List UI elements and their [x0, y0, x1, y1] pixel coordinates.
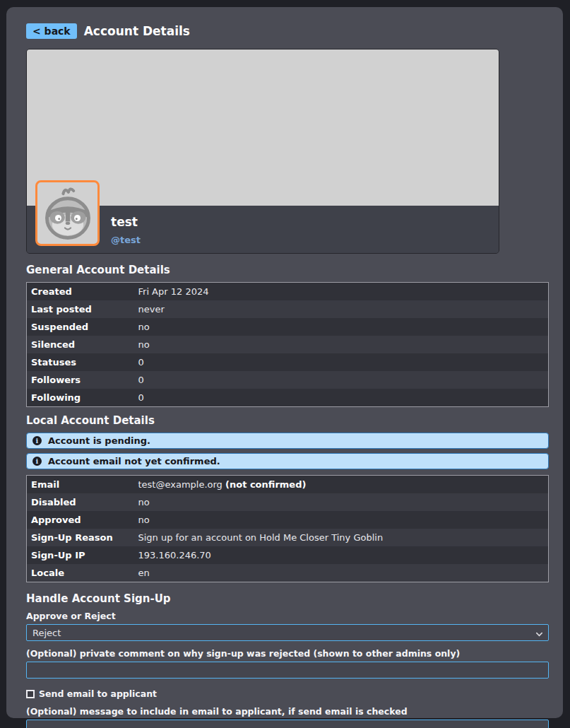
- row-value: no: [133, 511, 549, 529]
- section-heading-handle-signup: Handle Account Sign-Up: [26, 592, 549, 605]
- approve-reject-select[interactable]: Reject: [26, 624, 549, 641]
- avatar: [35, 180, 100, 246]
- section-heading-general: General Account Details: [26, 264, 549, 276]
- private-comment-label: (Optional) private comment on why sign-u…: [26, 648, 549, 659]
- email-message-input[interactable]: [26, 720, 549, 728]
- row-value: no: [133, 493, 549, 511]
- row-label: Sign-Up Reason: [27, 529, 133, 546]
- table-row: Suspended no: [27, 318, 549, 336]
- row-value: 0: [133, 371, 549, 389]
- notice-text: Account is pending.: [48, 435, 150, 446]
- notice-account-pending: i Account is pending.: [26, 433, 549, 449]
- notice-email-unconfirmed: i Account email not yet confirmed.: [26, 453, 549, 469]
- section-heading-local: Local Account Details: [26, 414, 549, 427]
- row-label: Locale: [27, 564, 133, 582]
- row-label: Created: [27, 283, 133, 301]
- email-value: test@example.org: [138, 479, 222, 490]
- table-row: Last posted never: [27, 300, 549, 318]
- back-button[interactable]: < back: [26, 23, 77, 39]
- info-icon: i: [32, 457, 42, 466]
- display-name: test: [111, 215, 499, 229]
- row-label: Silenced: [27, 336, 133, 353]
- approve-reject-label: Approve or Reject: [26, 611, 549, 621]
- row-value: no: [133, 318, 549, 336]
- email-message-label: (Optional) message to include in email t…: [26, 706, 549, 717]
- row-label: Following: [27, 389, 133, 407]
- send-email-checkbox[interactable]: [26, 690, 35, 698]
- row-label: Statuses: [27, 353, 133, 371]
- page-title: Account Details: [84, 24, 190, 38]
- account-handle[interactable]: @test: [111, 235, 499, 245]
- table-row: Statuses 0: [27, 353, 549, 371]
- row-label: Last posted: [27, 300, 133, 318]
- row-value: Fri Apr 12 2024: [133, 283, 549, 301]
- table-row: Approved no: [27, 511, 549, 529]
- table-row: Sign-Up IP 193.160.246.70: [27, 546, 549, 564]
- table-row: Following 0: [27, 389, 549, 407]
- send-email-label: Send email to applicant: [39, 688, 157, 699]
- local-account-table: Email test@example.org (not confirmed) D…: [26, 475, 549, 582]
- row-value: no: [133, 336, 549, 353]
- row-label: Sign-Up IP: [27, 546, 133, 564]
- row-value: test@example.org (not confirmed): [133, 476, 549, 494]
- email-not-confirmed-note: (not confirmed): [225, 479, 306, 490]
- table-row: Disabled no: [27, 493, 549, 511]
- notice-text: Account email not yet confirmed.: [48, 456, 220, 466]
- table-row: Email test@example.org (not confirmed): [27, 476, 549, 494]
- send-email-row: Send email to applicant: [26, 688, 549, 699]
- info-icon: i: [32, 436, 42, 445]
- page-header: < back Account Details: [26, 23, 549, 39]
- row-value: never: [133, 300, 549, 318]
- row-label: Approved: [27, 511, 133, 529]
- row-value: Sign up for an account on Hold Me Closer…: [133, 529, 549, 546]
- row-label: Followers: [27, 371, 133, 389]
- approve-reject-select-wrap: Reject: [26, 624, 549, 641]
- row-label: Suspended: [27, 318, 133, 336]
- table-row: Followers 0: [27, 371, 549, 389]
- row-label: Disabled: [27, 493, 133, 511]
- table-row: Created Fri Apr 12 2024: [27, 283, 549, 301]
- table-row: Sign-Up Reason Sign up for an account on…: [27, 529, 549, 546]
- table-row: Locale en: [27, 564, 549, 582]
- table-row: Silenced no: [27, 336, 549, 353]
- account-details-panel: < back Account Details test @test: [6, 7, 563, 718]
- row-label: Email: [27, 476, 133, 494]
- row-value: en: [133, 564, 549, 582]
- row-value: 0: [133, 353, 549, 371]
- row-value: 0: [133, 389, 549, 407]
- row-value: 193.160.246.70: [133, 546, 549, 564]
- sloth-icon: [39, 184, 97, 243]
- profile-card: test @test: [26, 49, 499, 254]
- private-comment-input[interactable]: [26, 662, 549, 679]
- general-account-table: Created Fri Apr 12 2024 Last posted neve…: [26, 282, 549, 407]
